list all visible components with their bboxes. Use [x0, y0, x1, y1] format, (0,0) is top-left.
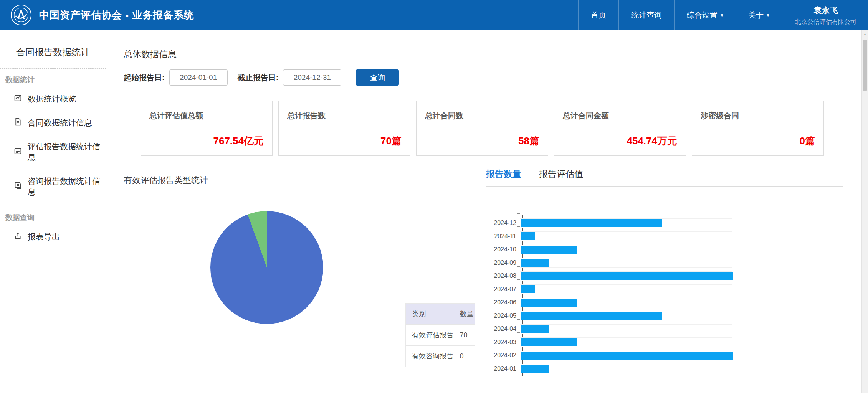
bar-track [520, 311, 732, 320]
stat-card: 总计合同金额454.74万元 [554, 101, 686, 156]
bar-fill [521, 325, 549, 333]
sidebar-item[interactable]: 数据统计概览 [0, 87, 106, 111]
list-icon [14, 147, 28, 157]
table-header-cell: 数量 [457, 304, 475, 325]
association-logo-icon [10, 4, 32, 26]
tab-inactive[interactable]: 报告评估值 [539, 168, 583, 180]
bar-category-label: 2024-12 [486, 220, 520, 226]
table-row: 有效评估报告70 [406, 325, 475, 346]
tab-active[interactable]: 报告数量 [486, 168, 521, 180]
line-chart-icon [14, 94, 28, 104]
scrollbar-thumb[interactable] [863, 40, 867, 91]
end-date-label: 截止报告日: [238, 73, 279, 83]
sidebar-section: 数据查询报表导出 [0, 206, 106, 251]
stat-card: 涉密级合同0篇 [692, 101, 824, 156]
sidebar-item-label: 合同数据统计信息 [28, 117, 92, 128]
stat-card-label: 总计合同金额 [563, 111, 609, 121]
report-type-table: 类别数量 有效评估报告70有效咨询报告0 [405, 303, 475, 367]
start-date-input[interactable] [169, 69, 228, 86]
bar-fill [521, 352, 733, 360]
query-button[interactable]: 查询 [356, 69, 399, 86]
sidebar-item[interactable]: 报表导出 [0, 225, 106, 249]
sidebar-section: 数据统计数据统计概览合同数据统计信息评估报告数据统计信息咨询报告数据统计信息 [0, 69, 106, 206]
sidebar-item-label: 数据统计概览 [28, 94, 76, 104]
bar-row: 2024-06 [486, 296, 843, 309]
nav-item[interactable]: 统计查询 [618, 0, 674, 30]
sidebar-item-label: 咨询报告数据统计信息 [28, 176, 106, 197]
bar-row: 2024-12 [486, 216, 843, 230]
bar-category-label: 2024-05 [486, 312, 520, 319]
bar-row: 2024-02 [486, 349, 843, 362]
table-cell: 有效咨询报告 [406, 346, 457, 367]
bar-fill [521, 338, 577, 346]
bar-track [520, 258, 732, 268]
brand: 中国资产评估协会 - 业务报备系统 [10, 4, 194, 26]
stat-card-label: 涉密级合同 [701, 111, 739, 121]
stat-card-value: 454.74万元 [627, 134, 677, 148]
bar-category-label: 2024-06 [486, 299, 520, 306]
table-cell: 有效评估报告 [406, 325, 457, 346]
table-header-row: 类别数量 [406, 304, 475, 325]
scroll-up-arrow[interactable]: ▲ [862, 30, 868, 38]
user-company: 北京公信评估有限公司 [795, 18, 856, 26]
table-header-cell: 类别 [406, 304, 457, 325]
bar-row: 2024-01 [486, 362, 843, 376]
nav-item-label: 首页 [591, 10, 606, 20]
export-icon [14, 232, 28, 242]
bar-row: 2024-05 [486, 309, 843, 323]
end-date-input[interactable] [283, 69, 341, 86]
bar-track [520, 351, 732, 360]
nav-item[interactable]: 关于▾ [736, 0, 782, 30]
stat-card-value: 58篇 [518, 134, 539, 148]
user-menu[interactable]: 袁永飞 北京公信评估有限公司 [782, 1, 868, 29]
file-copy-icon [14, 182, 28, 192]
chevron-down-icon: ▾ [721, 12, 723, 18]
filter-bar: 起始报告日: 截止报告日: 查询 [124, 69, 399, 86]
bar-fill [521, 272, 733, 280]
bar-category-label: 2024-02 [486, 352, 520, 359]
stat-card-value: 0篇 [800, 134, 815, 148]
chart-tabs: 报告数量报告评估值 [486, 168, 843, 187]
bar-row: 2024-04 [486, 322, 843, 336]
sidebar-item[interactable]: 评估报告数据统计信息 [0, 135, 106, 169]
bar-chart: 2024-122024-112024-102024-092024-082024-… [486, 216, 843, 375]
scrollbar[interactable]: ▲ [861, 30, 868, 393]
bar-row: 2024-03 [486, 336, 843, 349]
bar-track [520, 364, 732, 373]
bar-fill [521, 219, 662, 227]
table-cell: 70 [457, 325, 475, 346]
bar-fill [521, 312, 662, 320]
app-title: 中国资产评估协会 - 业务报备系统 [39, 8, 194, 22]
nav-item[interactable]: 综合设置▾ [674, 0, 736, 30]
bar-category-label: 2024-08 [486, 272, 520, 279]
bar-row: 2024-08 [486, 269, 843, 283]
sidebar-item[interactable]: 合同数据统计信息 [0, 111, 106, 135]
bar-track [520, 245, 732, 254]
sidebar-title: 合同报告数据统计 [0, 30, 106, 69]
bar-fill [521, 285, 535, 293]
stat-card-value: 70篇 [380, 134, 402, 148]
sidebar-item[interactable]: 咨询报告数据统计信息 [0, 169, 106, 204]
stat-card-label: 总计评估值总额 [149, 111, 203, 121]
sidebar-item-label: 报表导出 [28, 231, 60, 242]
table-cell: 0 [457, 346, 475, 367]
bar-category-label: 2024-01 [486, 365, 520, 372]
bar-track [520, 218, 732, 228]
bar-fill [521, 365, 549, 373]
sidebar-section-title: 数据查询 [0, 206, 106, 225]
bar-fill [521, 232, 535, 240]
start-date-label: 起始报告日: [124, 73, 165, 83]
bar-category-label: 2024-03 [486, 339, 520, 346]
nav-item[interactable]: 首页 [578, 0, 618, 30]
stat-card-value: 767.54亿元 [213, 134, 264, 148]
main-content: 总体数据信息 起始报告日: 截止报告日: 查询 总计评估值总额767.54亿元总… [106, 30, 861, 393]
stat-card: 总计报告数70篇 [278, 101, 410, 156]
user-name: 袁永飞 [795, 5, 856, 16]
nav-item-label: 关于 [748, 10, 764, 20]
stat-cards: 总计评估值总额767.54亿元总计报告数70篇总计合同数58篇总计合同金额454… [141, 101, 824, 156]
chevron-down-icon: ▾ [767, 12, 769, 18]
bar-fill [521, 259, 549, 267]
bar-row: 2024-11 [486, 230, 843, 243]
top-nav: 首页统计查询综合设置▾关于▾ [578, 0, 782, 30]
table-row: 有效咨询报告0 [406, 346, 475, 367]
